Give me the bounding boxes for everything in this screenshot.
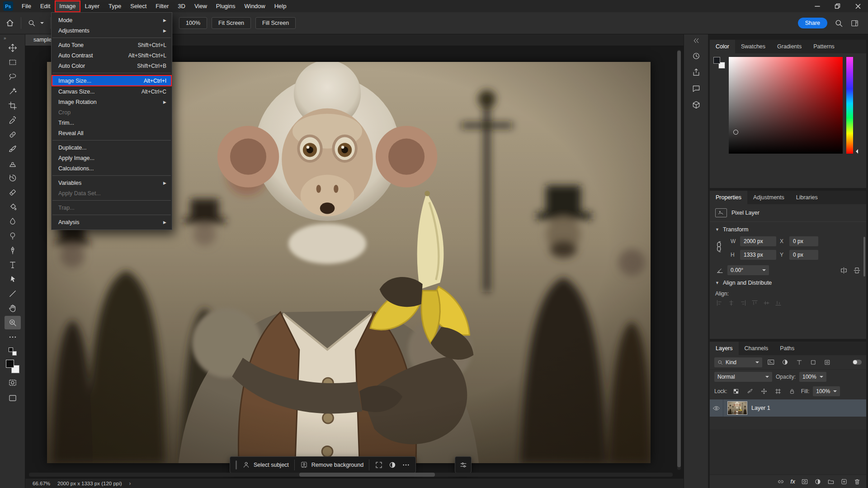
filter-shape-layers-button[interactable] [808,358,818,367]
align-middle-icon[interactable] [763,300,770,306]
width-input[interactable]: 2000 px [740,236,776,246]
transform-icon[interactable] [375,461,383,469]
adjustment-icon[interactable] [388,461,396,469]
tab-properties[interactable]: Properties [710,191,747,204]
menu-item-auto-color[interactable]: Auto ColorShift+Ctrl+B [52,61,172,71]
saturation-brightness-field[interactable] [729,57,843,154]
lock-position-button[interactable] [759,387,769,396]
layer-name[interactable]: Layer 1 [751,405,770,411]
more-options-icon[interactable] [402,461,410,469]
menu-help[interactable]: Help [270,0,291,12]
rectangular-marquee-tool-button[interactable] [5,56,21,69]
tab-libraries[interactable]: Libraries [790,191,824,204]
foreground-color-swatch[interactable] [6,360,14,368]
fill-screen-button[interactable]: Fill Screen [255,17,296,29]
close-button[interactable] [848,0,868,12]
lock-image-pixels-button[interactable] [745,387,755,396]
tab-patterns[interactable]: Patterns [807,40,840,53]
zoom-tool-icon[interactable] [28,19,36,27]
history-brush-tool-button[interactable] [5,171,21,185]
collapse-toolbar-icon[interactable]: » [4,36,6,41]
menu-view[interactable]: View [190,0,212,12]
move-tool-button[interactable] [5,41,21,55]
panel-foreground-swatch[interactable] [713,57,720,64]
clone-stamp-tool-button[interactable] [5,157,21,170]
eyedropper-tool-button[interactable] [5,113,21,127]
menu-item-duplicate[interactable]: Duplicate... [52,142,172,153]
menu-item-trim[interactable]: Trim... [52,117,172,128]
menu-item-apply-image[interactable]: Apply Image... [52,153,172,163]
menu-item-canvas-size[interactable]: Canvas Size...Alt+Ctrl+C [52,86,172,97]
filter-kind-select[interactable]: Kind [714,357,762,367]
quick-mask-icon[interactable] [8,378,17,387]
menu-item-mode[interactable]: Mode▶ [52,15,172,25]
layer-filter-toggle[interactable] [853,360,862,365]
remove-background-button[interactable]: Remove background [300,461,363,469]
flip-horizontal-icon[interactable] [840,267,848,274]
align-left-icon[interactable] [716,300,723,306]
eraser-tool-button[interactable] [5,186,21,199]
new-layer-icon[interactable] [840,478,848,485]
blend-mode-select[interactable]: Normal [714,372,772,382]
screen-mode-icon[interactable] [8,394,17,403]
constrain-proportions-icon[interactable] [716,241,724,254]
path-selection-tool-button[interactable] [5,272,21,286]
tab-channels[interactable]: Channels [739,342,774,355]
line-tool-button[interactable] [5,287,21,300]
vertical-scrollbar-thumb[interactable] [677,51,681,467]
drag-handle[interactable] [236,460,237,469]
status-chevron-icon[interactable]: › [129,480,131,487]
filter-type-layers-button[interactable] [794,358,804,367]
height-input[interactable]: 1333 px [740,250,776,260]
expand-panels-icon[interactable] [693,37,700,44]
menu-item-image-rotation[interactable]: Image Rotation▶ [52,97,172,107]
fill-select[interactable]: 100% [813,386,840,396]
zoom-100-button[interactable]: 100% [179,17,207,29]
select-subject-button[interactable]: Select subject [242,461,289,469]
filters-button[interactable] [455,456,472,473]
delete-layer-icon[interactable] [854,478,861,485]
blur-tool-button[interactable] [5,215,21,228]
menu-window[interactable]: Window [240,0,269,12]
menu-item-calculations[interactable]: Calculations... [52,163,172,174]
align-right-icon[interactable] [740,300,746,306]
filter-smart-objects-button[interactable] [822,358,832,367]
3d-cube-icon[interactable] [692,100,701,109]
menu-item-variables[interactable]: Variables▶ [52,178,172,188]
align-section-header[interactable]: ▼ Align and Distribute [710,275,866,289]
fit-screen-button[interactable]: Fit Screen [212,17,251,29]
new-group-icon[interactable] [827,478,835,485]
type-tool-button[interactable] [5,258,21,272]
align-center-h-icon[interactable] [728,300,735,306]
menu-3d[interactable]: 3D [173,0,190,12]
home-icon[interactable] [5,19,14,28]
menu-plugins[interactable]: Plugins [212,0,240,12]
opacity-select[interactable]: 100% [799,372,826,382]
color-swatches-widget[interactable] [5,359,20,374]
lasso-tool-button[interactable] [5,70,21,84]
lock-artboard-button[interactable] [773,387,783,396]
magic-wand-tool-button[interactable] [5,84,21,98]
color-picker-marker[interactable] [733,130,738,135]
brush-tool-button[interactable] [5,142,21,156]
menu-item-auto-contrast[interactable]: Auto ContrastAlt+Shift+Ctrl+L [52,50,172,61]
zoom-tool-button[interactable] [5,316,21,329]
angle-input[interactable]: 0.00° [727,265,769,275]
menu-type[interactable]: Type [104,0,126,12]
tab-layers[interactable]: Layers [710,342,739,355]
history-icon[interactable] [692,52,701,61]
restore-button[interactable] [827,0,848,12]
panel-color-swatches[interactable] [713,57,725,69]
menu-image[interactable]: Image [55,0,80,12]
default-colors-button[interactable] [9,347,17,356]
tab-adjustments[interactable]: Adjustments [747,191,790,204]
properties-scrollbar-thumb[interactable] [863,237,865,277]
layer-thumbnail[interactable] [727,401,747,415]
zoom-level[interactable]: 66.67% [33,481,50,486]
filter-pixel-layers-button[interactable] [766,358,776,367]
export-icon[interactable] [692,68,701,77]
hand-tool-button[interactable] [5,301,21,315]
tool-preset-caret-icon[interactable] [40,22,44,26]
horizontal-scrollbar[interactable] [29,473,673,477]
lock-transparent-pixels-button[interactable] [731,387,741,396]
